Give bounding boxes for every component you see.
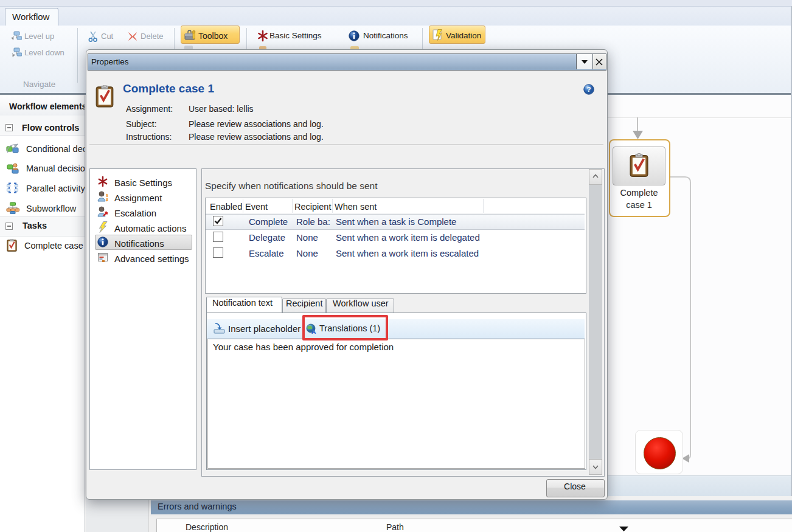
svg-text:?: ?: [586, 86, 591, 93]
